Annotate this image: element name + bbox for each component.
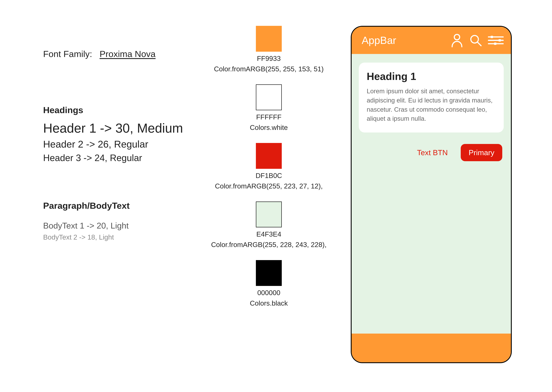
swatch-black-hex: 000000	[257, 289, 280, 297]
header2-spec: Header 2 -> 26, Regular	[43, 139, 187, 150]
swatch-orange-box	[256, 26, 282, 52]
swatch-mint-box	[256, 202, 282, 227]
swatch-white-code: Colors.white	[250, 124, 288, 132]
text-button[interactable]: Text BTN	[417, 148, 448, 157]
card-heading: Heading 1	[367, 70, 496, 82]
swatch-mint: E4F3E4 Color.fromARGB(255, 228, 243, 228…	[211, 202, 327, 249]
swatch-red-code: Color.fromARGB(255, 223, 27, 12),	[215, 182, 323, 190]
svg-rect-7	[499, 39, 501, 42]
font-family-label: Font Family:	[43, 49, 92, 59]
headings-section-title: Headings	[43, 105, 187, 115]
swatch-red-box	[256, 143, 282, 169]
colors-column: FF9933 Color.fromARGB(255, 255, 153, 51)…	[204, 26, 334, 383]
swatch-mint-code: Color.fromARGB(255, 228, 243, 228),	[211, 241, 327, 249]
card-body: Lorem ipsum dolor sit amet, consectetur …	[367, 87, 496, 123]
header1-spec: Header 1 -> 30, Medium	[43, 121, 187, 136]
profile-icon[interactable]	[450, 33, 464, 48]
phone-mock: AppBar	[351, 26, 512, 363]
svg-rect-6	[491, 36, 493, 38]
swatch-black: 000000 Colors.black	[250, 260, 288, 307]
bodytext1-spec: BodyText 1 -> 20, Light	[43, 221, 187, 230]
swatch-white-box	[256, 84, 282, 110]
app-bar-title: AppBar	[362, 35, 446, 46]
search-icon[interactable]	[469, 34, 482, 47]
swatch-white-hex: FFFFFF	[256, 113, 282, 121]
bodytext2-spec: BodyText 2 -> 18, Light	[43, 233, 187, 241]
swatch-red: DF1B0C Color.fromARGB(255, 223, 27, 12),	[215, 143, 323, 190]
swatch-orange-hex: FF9933	[257, 55, 281, 63]
svg-rect-8	[494, 43, 496, 45]
swatch-black-box	[256, 260, 282, 286]
swatch-black-code: Colors.black	[250, 299, 288, 307]
typography-column: Font Family: Proxima Nova Headings Heade…	[43, 26, 187, 383]
header3-spec: Header 3 -> 24, Regular	[43, 153, 187, 163]
sliders-icon[interactable]	[488, 35, 504, 46]
font-family-value: Proxima Nova	[100, 49, 156, 59]
app-bar-actions	[450, 33, 504, 48]
swatch-orange-code: Color.fromARGB(255, 255, 153, 51)	[214, 65, 324, 73]
swatch-white: FFFFFF Colors.white	[250, 84, 288, 132]
content-card: Heading 1 Lorem ipsum dolor sit amet, co…	[359, 63, 504, 133]
button-row: Text BTN Primary	[359, 144, 504, 161]
primary-button[interactable]: Primary	[461, 144, 502, 161]
swatch-red-hex: DF1B0C	[256, 172, 282, 180]
font-family-row: Font Family: Proxima Nova	[43, 49, 187, 59]
phone-body: Heading 1 Lorem ipsum dolor sit amet, co…	[352, 54, 511, 334]
app-bar: AppBar	[352, 27, 511, 54]
svg-point-0	[454, 35, 460, 40]
bottom-nav-bar	[352, 334, 511, 362]
swatch-mint-hex: E4F3E4	[256, 230, 281, 238]
swatch-orange: FF9933 Color.fromARGB(255, 255, 153, 51)	[214, 26, 324, 73]
paragraph-section-title: Paragraph/BodyText	[43, 201, 187, 211]
svg-line-2	[478, 42, 481, 46]
style-guide-page: Font Family: Proxima Nova Headings Heade…	[0, 0, 552, 392]
